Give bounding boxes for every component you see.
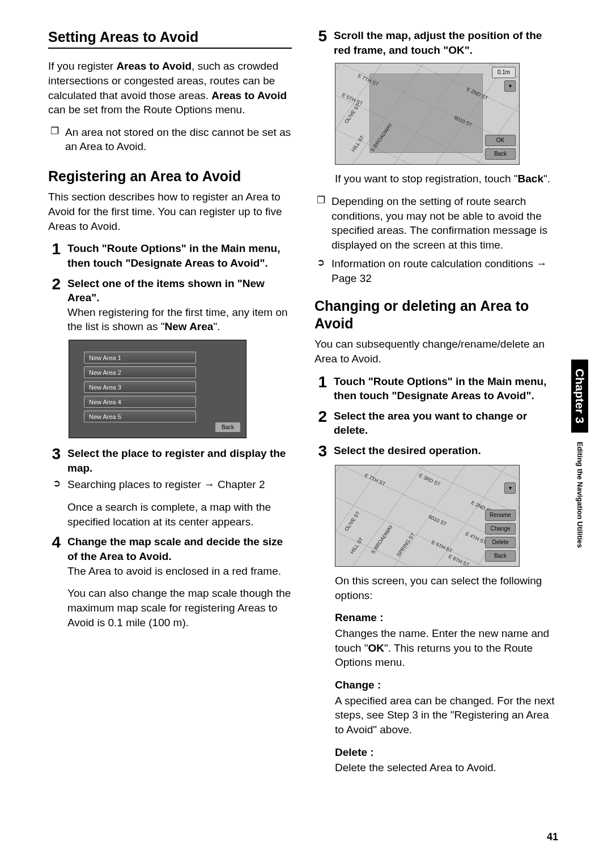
rename-body: Changes the name. Enter the new name and… xyxy=(335,626,558,670)
step-number: 2 xyxy=(314,409,327,438)
step-5: 5 Scroll the map, adjust the position of… xyxy=(314,28,558,57)
heading-changing-deleting: Changing or deleting an Area to Avoid xyxy=(314,297,558,333)
chapter-label: Chapter 3 xyxy=(571,360,588,433)
heading-setting-areas: Setting Areas to Avoid xyxy=(48,28,292,49)
new-area-item[interactable]: New Area 2 xyxy=(84,366,196,378)
back-button[interactable]: Back xyxy=(485,550,516,562)
page-number: 41 xyxy=(547,831,558,843)
step-number: 1 xyxy=(314,374,327,403)
change-button[interactable]: Change xyxy=(485,523,516,535)
new-area-item[interactable]: New Area 1 xyxy=(84,352,196,364)
options-intro: On this screen, you can select the follo… xyxy=(335,574,558,602)
chapter-subtitle: Editing the Navigation Utilities xyxy=(576,442,584,548)
scale-indicator: 0.1m xyxy=(492,67,516,78)
change-step-1: 1 Touch "Route Options" in the Main menu… xyxy=(314,374,558,403)
new-area-item[interactable]: New Area 5 xyxy=(84,411,196,422)
step-2: 2 Select one of the items shown in "New … xyxy=(48,276,292,335)
new-area-list-screenshot: New Area 1 New Area 2 New Area 3 New Are… xyxy=(69,340,246,438)
step-1: 1 Touch "Route Options" in the Main menu… xyxy=(48,241,292,270)
step-4: 4 Change the map scale and decide the si… xyxy=(48,535,292,638)
ok-button[interactable]: OK xyxy=(485,135,516,146)
register-paragraph: This section describes how to register a… xyxy=(48,190,292,233)
step-number: 3 xyxy=(314,443,327,459)
right-column: 5 Scroll the map, adjust the position of… xyxy=(314,28,558,783)
note-item: Depending on the setting of route search… xyxy=(314,194,558,253)
back-button[interactable]: Back xyxy=(485,148,516,160)
map-ok-screenshot: E 7TH ST E 5TH ST E 2ND ST OLIVE ST HILL… xyxy=(335,63,520,165)
step-number: 4 xyxy=(48,535,61,638)
delete-button[interactable]: Delete xyxy=(485,537,516,548)
back-button[interactable]: Back xyxy=(215,422,240,432)
new-area-item[interactable]: New Area 3 xyxy=(84,381,196,393)
rename-button[interactable]: Rename xyxy=(485,510,516,521)
change-step-2: 2 Select the area you want to change or … xyxy=(314,409,558,438)
change-label: Change : xyxy=(335,679,381,691)
note-item: An area not stored on the disc cannot be… xyxy=(48,125,292,154)
xref-item: Searching places to register → Chapter 2 xyxy=(50,477,292,492)
stop-registration-text: If you want to stop registration, touch … xyxy=(335,172,558,186)
heading-registering: Registering an Area to Avoid xyxy=(48,168,292,185)
map-operations-screenshot: E 7TH ST E 3RD ST E 2ND ST E 5TH ST E 6T… xyxy=(335,465,520,567)
step-number: 2 xyxy=(48,276,61,335)
change-paragraph: You can subsequently change/rename/delet… xyxy=(314,337,558,366)
red-frame xyxy=(369,74,483,153)
change-body: A specified area can be changed. For the… xyxy=(335,694,558,737)
step-number: 1 xyxy=(48,241,61,270)
side-tab: Chapter 3 Editing the Navigation Utiliti… xyxy=(571,360,588,603)
xref-item: Information on route calculation conditi… xyxy=(314,256,558,285)
delete-body: Delete the selected Area to Avoid. xyxy=(335,760,558,775)
change-step-3: 3 Select the desired operation. xyxy=(314,443,558,459)
setting-paragraph: If you register Areas to Avoid, such as … xyxy=(48,59,292,117)
dropdown-icon[interactable]: ▾ xyxy=(504,80,516,92)
step-3: 3 Select the place to register and displ… xyxy=(48,446,292,529)
left-column: Setting Areas to Avoid If you register A… xyxy=(48,28,292,783)
new-area-item[interactable]: New Area 4 xyxy=(84,396,196,408)
dropdown-icon[interactable]: ▾ xyxy=(504,482,516,494)
step-number: 5 xyxy=(314,28,327,57)
rename-label: Rename : xyxy=(335,612,384,623)
delete-label: Delete : xyxy=(335,746,374,758)
